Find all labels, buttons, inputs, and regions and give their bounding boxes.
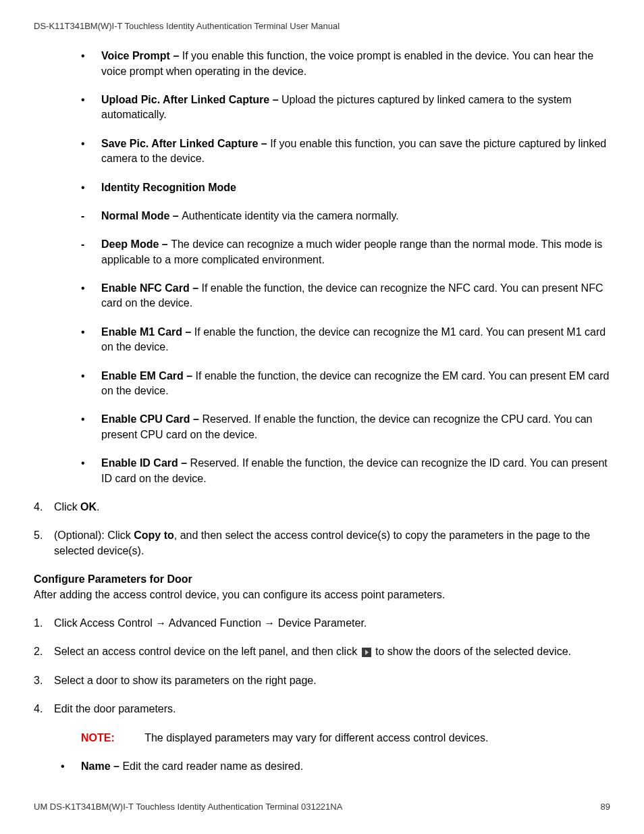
list-item: Deep Mode – The device can recognize a m…	[81, 237, 610, 267]
item-text: The device can recognize a much wider pe…	[101, 238, 602, 265]
page-footer: UM DS-K1T341BM(W)I-T Touchless Identity …	[34, 801, 610, 813]
note-label: NOTE:	[81, 731, 142, 746]
section-intro: After adding the access control device, …	[34, 588, 610, 602]
mode-dashes: Normal Mode – Authenticate identity via …	[34, 209, 610, 267]
step-num: 1.	[34, 616, 43, 631]
list-item: Save Pic. After Linked Capture – If you …	[81, 136, 610, 167]
list-item: Identity Recognition Mode	[81, 180, 610, 195]
step-pre: Click	[54, 501, 80, 513]
door-steps: 1.Click Access Control → Advanced Functi…	[34, 616, 610, 717]
note-row: NOTE: The displayed parameters may vary …	[34, 731, 610, 746]
list-item: Name – Edit the card reader name as desi…	[61, 759, 610, 774]
item-label: Enable EM Card –	[101, 370, 196, 382]
item-label: Voice Prompt –	[101, 50, 182, 61]
step-post: to show the doors of the selected device…	[373, 646, 571, 657]
step-bold: OK	[80, 501, 97, 513]
step-text: Edit the door parameters.	[54, 703, 176, 714]
door-step-2: 2.Select an access control device on the…	[34, 644, 610, 659]
footer-left: UM DS-K1T341BM(W)I-T Touchless Identity …	[34, 801, 342, 813]
step-post: .	[97, 501, 99, 513]
item-label: Enable CPU Card –	[101, 413, 202, 425]
step-text: Click Access Control → Advanced Function…	[54, 617, 367, 629]
list-item: Enable ID Card – Reserved. If enable the…	[81, 456, 610, 486]
item-text: Authenticate identity via the camera nor…	[182, 210, 399, 221]
item-label: Identity Recognition Mode	[101, 182, 236, 193]
step-pre: (Optional): Click	[54, 529, 134, 541]
step-5: 5.(Optional): Click Copy to, and then se…	[34, 528, 610, 558]
list-item: Normal Mode – Authenticate identity via …	[81, 209, 610, 224]
list-item: Voice Prompt – If you enable this functi…	[81, 49, 610, 79]
door-step-4: 4.Edit the door parameters.	[34, 702, 610, 716]
steps-continued: 4.Click OK. 5.(Optional): Click Copy to,…	[34, 500, 610, 558]
step-num: 5.	[34, 528, 43, 543]
page-header: DS-K11T341BM(W)I-T Touchless Identity Au…	[34, 20, 610, 32]
step-4: 4.Click OK.	[34, 500, 610, 515]
step-num: 2.	[34, 644, 43, 659]
section-title-door: Configure Parameters for Door	[34, 572, 610, 587]
item-label: Normal Mode –	[101, 210, 182, 221]
expand-icon	[362, 648, 371, 657]
item-label: Name –	[81, 760, 122, 772]
item-label: Deep Mode –	[101, 238, 171, 250]
list-item: Enable EM Card – If enable the function,…	[81, 369, 610, 399]
door-step-1: 1.Click Access Control → Advanced Functi…	[34, 616, 610, 631]
item-label: Enable ID Card –	[101, 457, 190, 469]
list-item: Enable NFC Card – If enable the function…	[81, 281, 610, 311]
list-item: Enable M1 Card – If enable the function,…	[81, 325, 610, 355]
step-bold: Copy to	[134, 529, 174, 541]
door-param-bullets: Name – Edit the card reader name as desi…	[34, 759, 610, 774]
feature-bullets-2: Enable NFC Card – If enable the function…	[34, 281, 610, 486]
item-label: Save Pic. After Linked Capture –	[101, 138, 270, 149]
step-num: 4.	[34, 500, 43, 515]
step-pre: Select an access control device on the l…	[54, 646, 360, 657]
step-num: 4.	[34, 702, 43, 716]
footer-page-number: 89	[601, 801, 610, 813]
item-label: Enable M1 Card –	[101, 326, 194, 338]
item-label: Enable NFC Card –	[101, 282, 201, 294]
item-label: Upload Pic. After Linked Capture –	[101, 94, 281, 105]
feature-bullets-1: Voice Prompt – If you enable this functi…	[34, 49, 610, 195]
list-item: Upload Pic. After Linked Capture – Uploa…	[81, 93, 610, 123]
item-text: Edit the card reader name as desired.	[122, 760, 303, 772]
door-step-3: 3.Select a door to show its parameters o…	[34, 673, 610, 688]
step-num: 3.	[34, 673, 43, 688]
list-item: Enable CPU Card – Reserved. If enable th…	[81, 412, 610, 442]
step-text: Select a door to show its parameters on …	[54, 675, 317, 686]
note-text: The displayed parameters may vary for di…	[144, 732, 488, 744]
